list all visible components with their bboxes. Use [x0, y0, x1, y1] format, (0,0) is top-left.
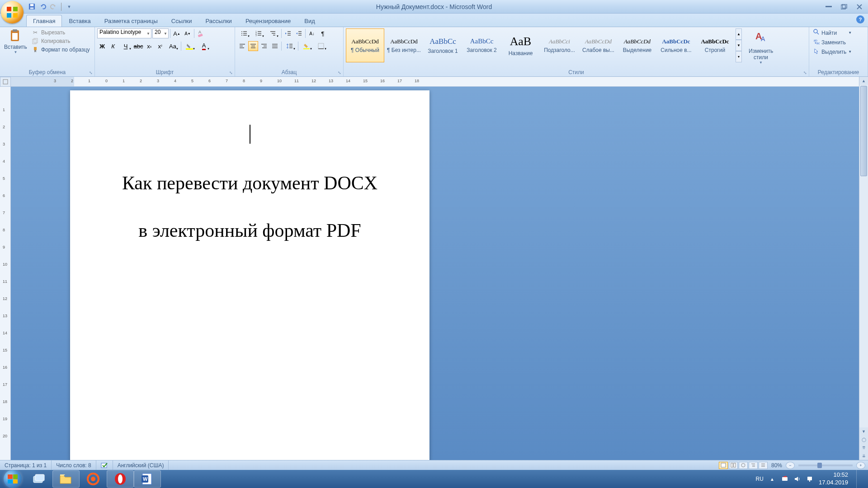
tray-network-icon[interactable] [806, 475, 814, 483]
subscript-button[interactable]: x₂ [144, 41, 154, 51]
zoom-slider[interactable] [798, 465, 853, 466]
tab-references[interactable]: Ссылки [165, 15, 199, 27]
show-desktop-button[interactable] [856, 470, 862, 488]
font-name-combo[interactable]: Palatino Linotype▼ [97, 28, 151, 38]
style-item-1[interactable]: AaBbCcDd¶ Без интер... [385, 28, 423, 62]
document-text-line1[interactable]: Как перевести документ DOCX [94, 168, 405, 198]
office-button[interactable] [1, 1, 24, 23]
grow-font-button[interactable]: A▲ [172, 28, 182, 38]
zoom-slider-thumb[interactable] [817, 463, 822, 468]
style-item-8[interactable]: AaBbCcDcСильное в... [657, 28, 695, 62]
taskbar-aero-peek[interactable] [25, 470, 52, 488]
tab-view[interactable]: Вид [297, 15, 322, 27]
styles-expand[interactable]: ▾ [736, 51, 742, 62]
format-painter-button[interactable]: Формат по образцу [30, 46, 91, 54]
show-marks-button[interactable]: ¶ [318, 28, 328, 38]
tray-volume-icon[interactable] [793, 475, 802, 483]
align-right-button[interactable] [259, 41, 269, 51]
styles-scroll-down[interactable]: ▼ [736, 40, 742, 51]
numbering-button[interactable]: 123▼ [252, 28, 265, 38]
style-item-9[interactable]: AaBbCcDcСтрогий [696, 28, 734, 62]
copy-button[interactable]: Копировать [30, 37, 91, 45]
document-page[interactable]: Как перевести документ DOCX в электронны… [70, 90, 429, 488]
tab-mailings[interactable]: Рассылки [199, 15, 239, 27]
underline-button[interactable]: Ч▼ [119, 41, 132, 51]
clipboard-launcher[interactable]: ⤡ [88, 70, 94, 75]
superscript-button[interactable]: x² [155, 41, 165, 51]
vertical-scrollbar[interactable]: ▲ ▼ ◯ ⇈ ⇊ [859, 77, 868, 460]
ruler-corner[interactable] [0, 77, 11, 87]
change-styles-button[interactable]: AA Изменить стили ▼ [746, 28, 776, 66]
zoom-out-button[interactable]: − [786, 462, 795, 469]
tab-review[interactable]: Рецензирование [239, 15, 297, 27]
style-item-2[interactable]: AaBbCcЗаголовок 1 [424, 28, 462, 62]
style-item-4[interactable]: АаВНазвание [501, 28, 540, 62]
tab-page-layout[interactable]: Разметка страницы [98, 15, 165, 27]
qat-customize[interactable]: ▼ [65, 2, 74, 11]
align-left-button[interactable] [237, 41, 247, 51]
qat-redo[interactable] [49, 2, 58, 11]
start-button[interactable] [0, 470, 25, 488]
increase-indent-button[interactable] [294, 28, 304, 38]
scroll-up-button[interactable]: ▲ [859, 77, 868, 85]
view-web-layout[interactable] [739, 462, 748, 469]
style-item-6[interactable]: AaBbCcDdСлабое вы... [579, 28, 618, 62]
status-language[interactable]: Английский (США) [113, 460, 169, 470]
change-case-button[interactable]: Aa▼ [166, 41, 179, 51]
style-item-5[interactable]: AaBbCciПодзаголо... [540, 28, 579, 62]
qat-undo[interactable] [38, 2, 47, 11]
tray-show-hidden[interactable]: ▲ [768, 475, 776, 483]
justify-button[interactable] [270, 41, 280, 51]
taskbar-explorer[interactable] [52, 470, 80, 488]
decrease-indent-button[interactable] [283, 28, 293, 38]
tray-clock[interactable]: 10:5217.04.2019 [819, 471, 848, 487]
maximize-button[interactable] [838, 3, 850, 11]
view-full-screen[interactable] [729, 462, 738, 469]
minimize-button[interactable] [823, 3, 835, 11]
line-spacing-button[interactable]: ▼ [283, 41, 297, 51]
font-size-combo[interactable]: 20▼ [152, 28, 169, 38]
tray-language[interactable]: RU [756, 476, 764, 482]
sort-button[interactable]: A↓ [307, 28, 317, 38]
document-text-line2[interactable]: в электронный формат PDF [94, 216, 405, 246]
strikethrough-button[interactable]: abc [133, 41, 143, 51]
highlight-button[interactable]: ▼ [183, 41, 196, 51]
status-words[interactable]: Число слов: 8 [52, 460, 96, 470]
align-center-button[interactable] [248, 41, 258, 51]
tab-home[interactable]: Главная [26, 15, 62, 27]
paste-button[interactable]: Вставить ▼ [2, 28, 29, 54]
scroll-thumb[interactable] [860, 86, 867, 176]
prev-page-button[interactable]: ⇈ [859, 444, 868, 452]
select-button[interactable]: Выделить▼ [811, 47, 854, 56]
horizontal-ruler[interactable]: 3210123456789101112131415161718 [11, 77, 859, 87]
styles-launcher[interactable]: ⤡ [802, 70, 808, 75]
view-draft[interactable] [759, 462, 768, 469]
status-proofing[interactable] [96, 460, 113, 470]
style-item-3[interactable]: AaBbCcЗаголовок 2 [462, 28, 501, 62]
bullets-button[interactable]: ▼ [237, 28, 251, 38]
taskbar-word[interactable]: W [134, 470, 161, 488]
style-item-7[interactable]: AaBbCcDdВыделение [618, 28, 656, 62]
vertical-ruler[interactable]: 1234567891011121314151617181920 [0, 87, 11, 460]
find-button[interactable]: Найти▼ [811, 28, 854, 37]
font-color-button[interactable]: A▼ [197, 41, 211, 51]
browse-object-button[interactable]: ◯ [859, 436, 868, 444]
paragraph-launcher[interactable]: ⤡ [336, 70, 342, 75]
view-outline[interactable] [749, 462, 758, 469]
view-print-layout[interactable] [719, 462, 728, 469]
help-button[interactable]: ? [856, 15, 864, 23]
taskbar-opera[interactable] [107, 470, 134, 488]
multilevel-list-button[interactable]: ▼ [266, 28, 280, 38]
scroll-down-button[interactable]: ▼ [859, 427, 868, 436]
zoom-value[interactable]: 80% [771, 462, 782, 469]
shading-button[interactable]: ▼ [300, 41, 313, 51]
taskbar-app-orange[interactable] [80, 470, 107, 488]
close-button[interactable] [854, 3, 865, 11]
next-page-button[interactable]: ⇊ [859, 452, 868, 460]
style-item-0[interactable]: AaBbCcDd¶ Обычный [346, 28, 384, 62]
italic-button[interactable]: К [108, 41, 118, 51]
tab-insert[interactable]: Вставка [62, 15, 97, 27]
borders-button[interactable]: ▼ [314, 41, 328, 51]
bold-button[interactable]: Ж [97, 41, 107, 51]
shrink-font-button[interactable]: A▼ [183, 28, 193, 38]
